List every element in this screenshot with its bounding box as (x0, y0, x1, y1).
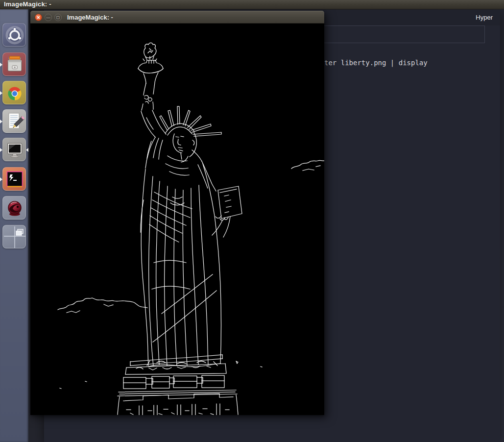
launcher-item-terminal[interactable] (2, 167, 26, 191)
unity-launcher (0, 9, 28, 442)
hyper-app-title: Hyper (476, 14, 493, 21)
window-title: ImageMagick: - (67, 14, 113, 21)
file-manager-icon (3, 53, 26, 76)
launcher-item-files[interactable] (2, 52, 26, 76)
top-panel: ImageMagick: - (0, 0, 504, 9)
imagemagick-titlebar[interactable]: ✕ — ▢ ImageMagick: - (30, 11, 324, 24)
chrome-browser-icon (3, 81, 26, 105)
display-monitor-icon (3, 138, 26, 162)
launcher-item-display[interactable] (2, 138, 26, 161)
image-display-canvas[interactable] (30, 24, 324, 415)
launcher-item-dash[interactable] (2, 23, 26, 47)
desktop: Hyper ter liberty.png | display ✕ — ▢ Im… (0, 0, 504, 442)
launcher-item-chrome[interactable] (2, 81, 26, 104)
red-swirl-app-icon (3, 196, 26, 220)
workspace-switcher-icon (3, 225, 26, 249)
maximize-button[interactable]: ▢ (54, 14, 62, 21)
statue-of-liberty-edge-drawing (30, 24, 324, 415)
launcher-item-text-editor[interactable] (2, 109, 26, 133)
ubuntu-dash-icon (3, 24, 26, 47)
minimize-button[interactable]: — (45, 14, 52, 21)
panel-app-title: ImageMagick: - (4, 0, 51, 8)
terminal-command-text: ter liberty.png | display (324, 59, 428, 67)
launcher-item-media[interactable] (2, 196, 26, 220)
imagemagick-window: ✕ — ▢ ImageMagick: - (30, 11, 324, 415)
close-button[interactable]: ✕ (35, 14, 42, 21)
hyper-terminal-icon (3, 168, 26, 191)
text-editor-icon (3, 110, 26, 133)
launcher-item-workspaces[interactable] (2, 225, 26, 248)
